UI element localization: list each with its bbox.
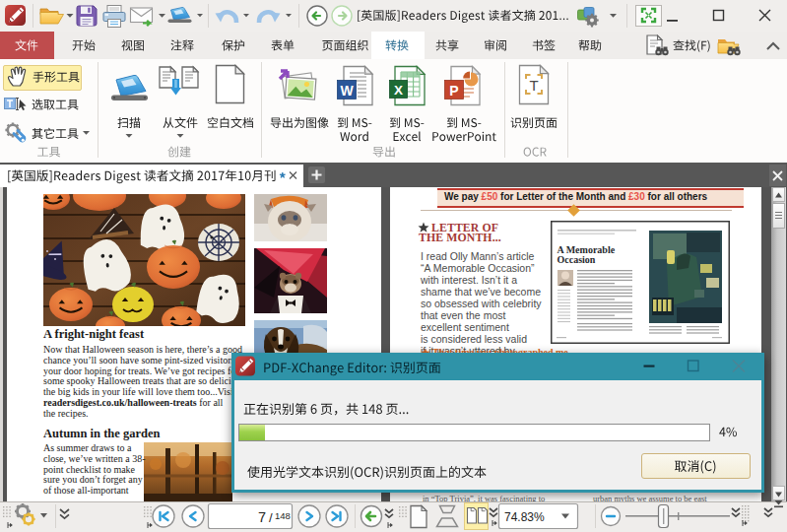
svg-text:Occasion: Occasion <box>557 254 596 265</box>
